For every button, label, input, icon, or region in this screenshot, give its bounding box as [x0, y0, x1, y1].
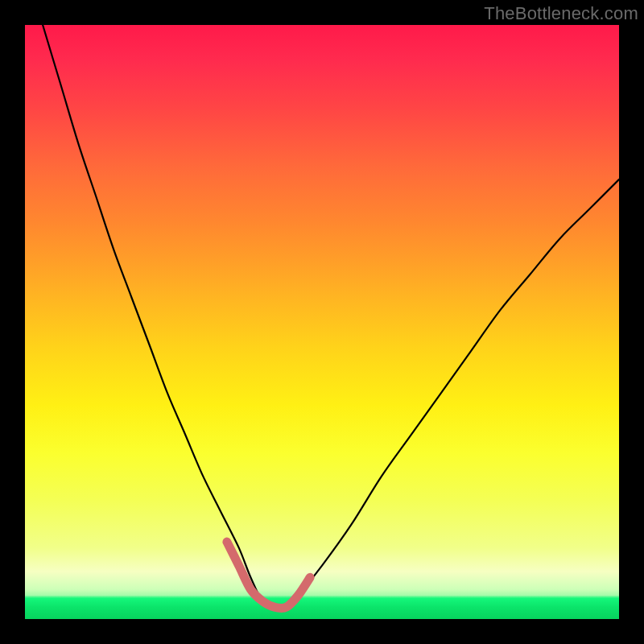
plot-area: [25, 25, 619, 619]
curve-layer: [25, 25, 619, 619]
watermark-text: TheBottleneck.com: [484, 3, 638, 24]
highlight-segment: [227, 542, 310, 609]
bottleneck-curve: [43, 25, 619, 609]
chart-frame: TheBottleneck.com: [0, 0, 644, 644]
